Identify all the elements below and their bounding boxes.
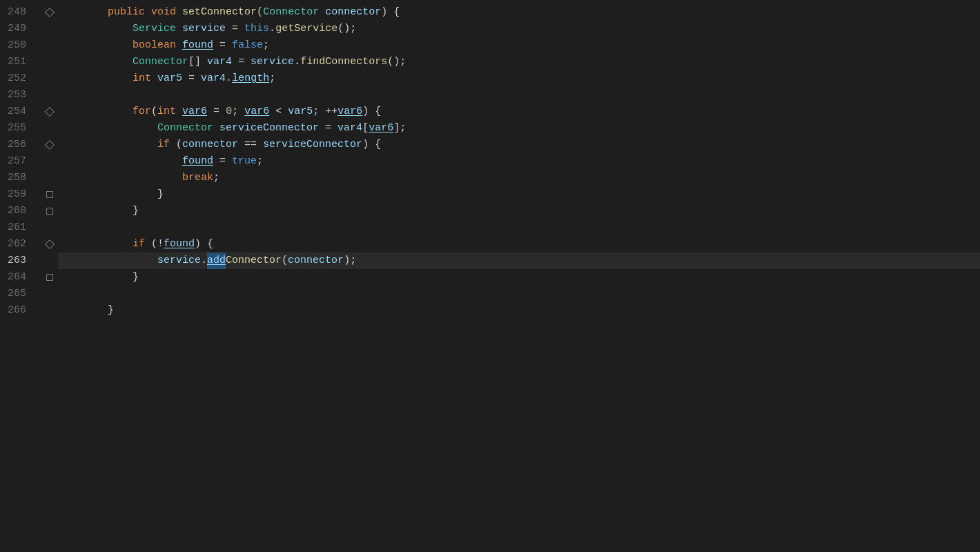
token-Connector-type: Connector: [263, 4, 319, 21]
token-break: break: [182, 170, 213, 186]
gutter-265: [41, 286, 58, 302]
fold-icon-262[interactable]: [45, 239, 55, 249]
token: =: [226, 21, 244, 37]
token: <: [269, 103, 288, 120]
token-this: this: [244, 21, 269, 37]
token-serviceConnector: serviceConnector: [219, 120, 319, 137]
line-num-252: 252: [0, 70, 35, 87]
code-line-255: Connector serviceConnector = var4[var6];: [58, 120, 980, 137]
code-line-260: }: [58, 203, 980, 219]
token: );: [344, 253, 356, 269]
token: ) {: [381, 4, 400, 21]
token: ;: [263, 37, 269, 54]
fold-icon-264[interactable]: [45, 273, 55, 282]
line-num-255: 255: [0, 120, 35, 137]
token: [58, 37, 133, 54]
token-Connector-local: Connector: [157, 120, 213, 137]
line-num-250: 250: [0, 37, 35, 54]
code-editor: 248 249 250 251 252 253 254 255 256 257 …: [0, 0, 980, 552]
token: }: [58, 203, 139, 219]
fold-diamond-254: [45, 107, 55, 117]
token: [58, 4, 108, 21]
token: [176, 37, 182, 54]
token-for: for: [133, 103, 151, 120]
line-num-259: 259: [0, 186, 35, 203]
fold-diamond-248: [45, 8, 55, 17]
fold-icon-248[interactable]: [45, 8, 55, 17]
gutter-254[interactable]: [41, 103, 58, 120]
token-Service-type: Service: [133, 21, 176, 37]
token: [: [362, 120, 369, 137]
token: []: [188, 54, 207, 70]
token: [145, 4, 151, 21]
token: ;: [269, 70, 275, 87]
gutter-256[interactable]: [41, 137, 58, 153]
token: .: [269, 21, 275, 37]
gutter-260[interactable]: [41, 203, 58, 219]
token: =: [207, 103, 226, 120]
code-content: public void setConnector(Connector conne…: [58, 3, 980, 552]
gutter-263: [41, 253, 58, 269]
token-connector-param: connector: [325, 4, 381, 21]
gutter-259[interactable]: [41, 186, 58, 203]
token-setConnector: setConnector: [182, 4, 257, 21]
token: [58, 170, 182, 186]
token: [58, 54, 133, 70]
token-var6-index: var6: [369, 120, 393, 137]
fold-icon-254[interactable]: [45, 107, 55, 117]
token: ) {: [362, 137, 381, 153]
code-line-251: Connector[] var4 = service.findConnector…: [58, 54, 980, 70]
line-num-257: 257: [0, 153, 35, 170]
token-if-262: if: [133, 236, 145, 253]
line-num-264: 264: [0, 269, 35, 286]
token-length: length: [232, 70, 269, 87]
code-line-263: service.addConnector(connector);: [58, 253, 980, 269]
token: ;: [232, 103, 244, 120]
code-line-248: public void setConnector(Connector conne…: [58, 4, 980, 21]
code-line-250: boolean found = false;: [58, 37, 980, 54]
code-line-262: if (!found) {: [58, 236, 980, 253]
token: [58, 103, 133, 120]
token-var4-arr: var4: [337, 120, 362, 137]
token-var5-ref: var5: [288, 103, 313, 120]
token-found-250: found: [182, 37, 213, 54]
code-line-256: if (connector == serviceConnector) {: [58, 137, 980, 153]
line-num-254: 254: [0, 103, 35, 120]
token: }: [58, 269, 139, 286]
fold-icon-260[interactable]: [45, 206, 55, 216]
token: =: [182, 70, 201, 87]
token-serviceConnector-ref: serviceConnector: [263, 137, 362, 153]
token: =: [213, 153, 232, 170]
token: =: [213, 37, 232, 54]
token: ();: [337, 21, 356, 37]
gutter-253: [41, 87, 58, 103]
token-found-262: found: [164, 236, 195, 253]
gutter-264[interactable]: [41, 269, 58, 286]
token-Connector-arr: Connector: [133, 54, 188, 70]
line-num-258: 258: [0, 170, 35, 186]
token-connector-ref: connector: [182, 137, 238, 153]
token: ;: [257, 153, 263, 170]
line-num-263: 263: [0, 253, 35, 269]
token: [176, 103, 182, 120]
token: }: [58, 302, 114, 319]
gutter-255: [41, 120, 58, 137]
code-line-258: break;: [58, 170, 980, 186]
line-num-265: 265: [0, 286, 35, 302]
token-getService: getService: [275, 21, 337, 37]
token-var6-cond: var6: [244, 103, 269, 120]
fold-icon-259[interactable]: [45, 190, 55, 199]
token: ==: [238, 137, 263, 153]
code-line-259: }: [58, 186, 980, 203]
line-num-256: 256: [0, 137, 35, 153]
code-line-257: found = true;: [58, 153, 980, 170]
token-boolean: boolean: [133, 37, 176, 54]
fold-icon-256[interactable]: [45, 140, 55, 150]
fold-diamond-256: [45, 140, 55, 150]
token: (: [151, 103, 157, 120]
token: ];: [393, 120, 406, 137]
token-void: void: [151, 4, 176, 21]
gutter-248[interactable]: [41, 4, 58, 21]
gutter-262[interactable]: [41, 236, 58, 253]
token: [58, 236, 133, 253]
